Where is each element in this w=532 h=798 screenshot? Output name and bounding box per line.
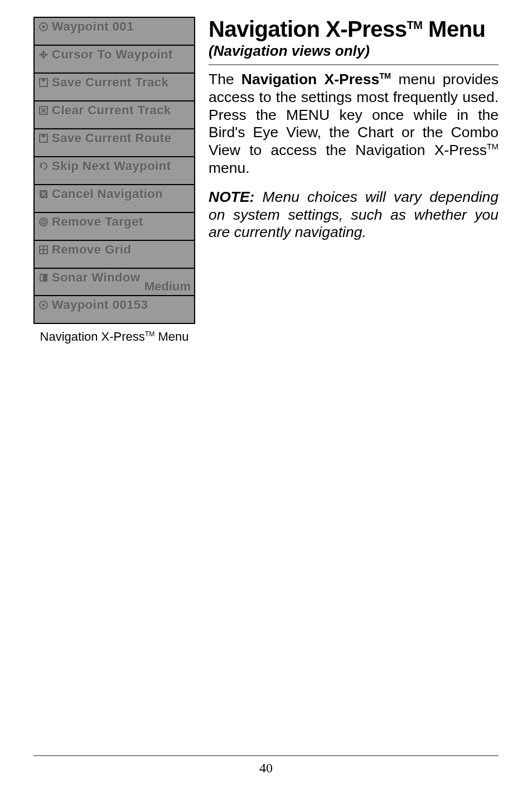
save-route-icon xyxy=(38,133,49,144)
menu-item-cancel-navigation[interactable]: Cancel Navigation xyxy=(35,185,194,213)
menu-label: Cancel Navigation xyxy=(52,187,191,200)
heading-divider xyxy=(209,64,499,65)
waypoint-icon xyxy=(38,21,49,32)
waypoint-icon xyxy=(38,299,49,311)
menu-item-skip-next-waypoint[interactable]: Skip Next Waypoint xyxy=(35,157,194,185)
para-tm2: TM xyxy=(487,142,499,151)
menu-item-save-current-route[interactable]: Save Current Route xyxy=(35,129,194,157)
page-footer: 40 xyxy=(33,755,499,776)
para-pre: The xyxy=(209,71,241,88)
menu-label: Save Current Track xyxy=(52,76,191,89)
menu-label: Waypoint 001 xyxy=(52,20,191,33)
menu-label: Waypoint 00153 xyxy=(52,298,191,311)
cursor-icon xyxy=(38,49,49,60)
navigation-xpress-menu-panel: Waypoint 001 Cursor To Waypoint Save Cur… xyxy=(33,17,195,324)
menu-item-remove-grid[interactable]: Remove Grid xyxy=(35,241,194,269)
clear-track-icon xyxy=(38,105,49,116)
menu-label: Save Current Route xyxy=(52,132,191,144)
menu-label: Remove Grid xyxy=(52,243,191,256)
caption-tm: TM xyxy=(145,330,154,338)
para-bold-tm: TM xyxy=(379,71,391,80)
menu-item-waypoint-00153[interactable]: Waypoint 00153 xyxy=(35,295,194,323)
caption-suffix: Menu xyxy=(154,330,188,344)
menu-label: Clear Current Track xyxy=(52,104,191,117)
menu-label: Skip Next Waypoint xyxy=(52,159,191,172)
heading-suffix: Menu xyxy=(422,17,485,41)
menu-item-remove-target[interactable]: Remove Target xyxy=(35,213,194,241)
note-paragraph: NOTE: Menu choices will vary depending o… xyxy=(209,188,499,241)
sonar-window-icon xyxy=(38,272,49,283)
menu-label: Cursor To Waypoint xyxy=(52,48,191,61)
skip-icon xyxy=(38,161,49,172)
menu-item-clear-current-track[interactable]: Clear Current Track xyxy=(35,101,194,129)
note-label: NOTE: xyxy=(209,188,254,205)
menu-item-waypoint-001[interactable]: Waypoint 001 xyxy=(35,18,194,46)
save-track-icon xyxy=(38,77,49,88)
para-tail: menu. xyxy=(209,159,250,176)
heading-prefix: Navigation X-Press xyxy=(209,17,407,41)
caption-prefix: Navigation X-Press xyxy=(40,330,145,344)
page-number: 40 xyxy=(259,761,273,775)
menu-item-cursor-to-waypoint[interactable]: Cursor To Waypoint xyxy=(35,46,194,74)
page-subheading: (Navigation views only) xyxy=(209,42,499,60)
intro-paragraph: The Navigation X-PressTM menu provides a… xyxy=(209,71,499,177)
panel-caption: Navigation X-PressTM Menu xyxy=(33,330,195,344)
heading-tm: TM xyxy=(407,19,423,31)
para-bold: Navigation X-Press xyxy=(241,71,379,88)
page-heading: Navigation X-PressTM Menu xyxy=(209,17,499,41)
menu-item-save-current-track[interactable]: Save Current Track xyxy=(35,74,194,101)
menu-label: Remove Target xyxy=(52,215,191,228)
cancel-nav-icon xyxy=(38,188,49,200)
remove-grid-icon xyxy=(38,244,49,255)
remove-target-icon xyxy=(38,216,49,228)
